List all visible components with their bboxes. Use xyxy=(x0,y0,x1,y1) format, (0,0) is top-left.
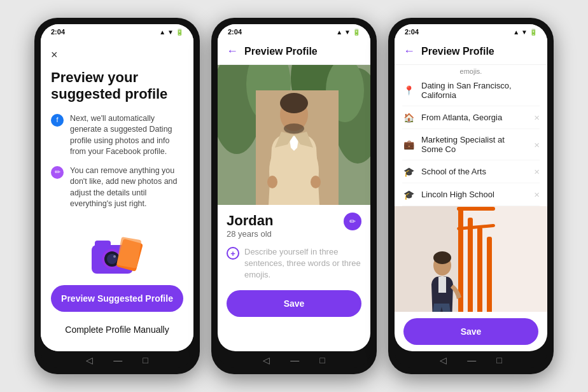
phone-2-time: 2:04 xyxy=(228,28,242,36)
phone-1-screen: 2:04 ▲ ▼ 🔋 × Preview your suggested prof… xyxy=(41,24,193,351)
phone-3: 2:04 ▲ ▼ 🔋 ← Preview Profile emojis. 📍 D… xyxy=(388,18,554,374)
phone-3-screen: 2:04 ▲ ▼ 🔋 ← Preview Profile emojis. 📍 D… xyxy=(395,24,547,351)
wifi-icon: ▼ xyxy=(167,29,174,36)
svg-rect-28 xyxy=(457,207,495,211)
remove-school2-button[interactable]: × xyxy=(534,189,540,200)
phone-3-nav: ◁ — □ xyxy=(395,351,547,368)
phone-2-status-bar: 2:04 ▲ ▼ 🔋 xyxy=(218,24,370,38)
svg-rect-25 xyxy=(468,218,473,312)
info-hometown-text: From Atlanta, Georgia xyxy=(421,113,528,122)
phone-1-content: × Preview your suggested profile f Next,… xyxy=(41,38,193,351)
phone-2-status-icons: ▲ ▼ 🔋 xyxy=(336,29,360,36)
svg-point-31 xyxy=(433,251,451,264)
info-location-text: Dating in San Francisco, California xyxy=(421,81,540,100)
info-school1-text: School of the Arts xyxy=(421,167,528,176)
nav-square-icon-3[interactable]: □ xyxy=(496,355,501,365)
svg-rect-1 xyxy=(95,241,111,248)
describe-placeholder: Describe yourself in three sentences, th… xyxy=(244,246,361,281)
phone-1-title: Preview your suggested profile xyxy=(51,69,183,103)
info-item-school1: 🎓 School of the Arts × xyxy=(402,160,540,183)
svg-point-20 xyxy=(311,176,321,188)
battery-icon: 🔋 xyxy=(176,29,183,36)
profile-age: 28 years old xyxy=(227,229,273,239)
signal-icon-2: ▲ xyxy=(336,29,342,36)
pencil-icon: ✏ xyxy=(51,166,64,179)
phone-1-status-icons: ▲ ▼ 🔋 xyxy=(159,29,183,36)
phone-1-time: 2:04 xyxy=(51,28,65,36)
scene: 2:04 ▲ ▼ 🔋 × Preview your suggested prof… xyxy=(22,5,566,387)
remove-job-button[interactable]: × xyxy=(534,139,540,150)
info-school2-text: Lincoln High School xyxy=(421,190,528,199)
info-item-hometown: 🏠 From Atlanta, Georgia × xyxy=(402,106,540,129)
info-item-location: 📍 Dating in San Francisco, California xyxy=(402,75,540,106)
save-button-3[interactable]: Save xyxy=(403,318,538,345)
complete-profile-manually-button[interactable]: Complete Profile Manually xyxy=(51,317,183,342)
svg-point-19 xyxy=(267,176,277,188)
nav-square-icon-2[interactable]: □ xyxy=(319,355,325,365)
profile-photo-2 xyxy=(395,206,547,312)
home-icon: 🏠 xyxy=(402,113,415,123)
nav-home-icon-2[interactable]: — xyxy=(290,355,299,365)
remove-hometown-button[interactable]: × xyxy=(534,112,540,123)
phone-3-status-icons: ▲ ▼ 🔋 xyxy=(513,29,537,36)
phone-1-status-bar: 2:04 ▲ ▼ 🔋 xyxy=(41,24,193,38)
svg-point-5 xyxy=(113,255,116,258)
profile-photo xyxy=(218,65,370,205)
bullet-edit-text: You can remove anything you don't like, … xyxy=(70,165,183,210)
svg-point-4 xyxy=(107,254,117,264)
bullet-edit: ✏ You can remove anything you don't like… xyxy=(51,165,183,210)
preview-suggested-profile-button[interactable]: Preview Suggested Profile xyxy=(51,285,183,312)
nav-back-icon-2[interactable]: ◁ xyxy=(263,355,270,365)
phone-3-status-bar: 2:04 ▲ ▼ 🔋 xyxy=(395,24,547,38)
back-arrow-2[interactable]: ← xyxy=(227,45,238,58)
phone-2-header-title: Preview Profile xyxy=(244,46,318,57)
describe-row: + Describe yourself in three sentences, … xyxy=(227,246,361,281)
info-job-text: Marketing Specialist at Some Co xyxy=(421,135,528,154)
nav-home-icon[interactable]: — xyxy=(113,355,122,365)
facebook-icon: f xyxy=(51,114,64,127)
school-icon-1: 🎓 xyxy=(402,167,415,177)
wifi-icon-2: ▼ xyxy=(344,29,351,36)
profile-name: Jordan xyxy=(227,213,273,229)
nav-back-icon-3[interactable]: ◁ xyxy=(440,355,447,365)
phone-2-header: ← Preview Profile xyxy=(218,38,370,65)
phone-2-screen: 2:04 ▲ ▼ 🔋 ← Preview Profile xyxy=(218,24,370,351)
profile-info-section: Jordan 28 years old ✏ + Describe yoursel… xyxy=(218,205,370,351)
signal-icon-3: ▲ xyxy=(513,29,519,36)
phone-3-header: ← Preview Profile xyxy=(395,38,547,65)
save-button-2[interactable]: Save xyxy=(227,290,361,317)
profile-name-row: Jordan 28 years old ✏ xyxy=(227,213,361,244)
stair-photo-svg xyxy=(395,206,547,312)
info-item-school2: 🎓 Lincoln High School × xyxy=(402,183,540,206)
phone-2-nav: ◁ — □ xyxy=(218,351,370,368)
profile-photo-svg xyxy=(218,65,370,205)
svg-rect-27 xyxy=(487,237,492,312)
nav-back-icon[interactable]: ◁ xyxy=(86,355,93,365)
battery-icon-2: 🔋 xyxy=(353,29,360,36)
svg-point-18 xyxy=(284,123,304,134)
add-description-button[interactable]: + xyxy=(227,247,239,260)
illustration xyxy=(51,223,183,280)
signal-icon: ▲ xyxy=(159,29,165,36)
close-button[interactable]: × xyxy=(51,48,183,62)
phone-2: 2:04 ▲ ▼ 🔋 ← Preview Profile xyxy=(211,18,377,374)
phone-3-time: 2:04 xyxy=(405,28,419,36)
info-list: 📍 Dating in San Francisco, California 🏠 … xyxy=(395,75,547,206)
location-icon: 📍 xyxy=(402,85,415,95)
bullet-facebook: f Next, we'll automatically generate a s… xyxy=(51,113,183,158)
back-arrow-3[interactable]: ← xyxy=(403,45,415,58)
remove-school1-button[interactable]: × xyxy=(534,166,540,177)
phone-1: 2:04 ▲ ▼ 🔋 × Preview your suggested prof… xyxy=(34,18,200,374)
edit-profile-button[interactable]: ✏ xyxy=(344,213,361,230)
camera-illustration xyxy=(82,223,152,280)
bullet-facebook-text: Next, we'll automatically generate a sug… xyxy=(70,113,183,158)
nav-home-icon-3[interactable]: — xyxy=(467,355,476,365)
svg-rect-32 xyxy=(438,277,446,293)
profile-name-block: Jordan 28 years old xyxy=(227,213,273,244)
svg-rect-8 xyxy=(116,237,141,269)
work-icon: 💼 xyxy=(402,139,415,150)
svg-rect-26 xyxy=(477,227,482,312)
svg-point-17 xyxy=(280,93,308,113)
school-icon-2: 🎓 xyxy=(402,190,415,200)
nav-square-icon[interactable]: □ xyxy=(143,355,148,365)
